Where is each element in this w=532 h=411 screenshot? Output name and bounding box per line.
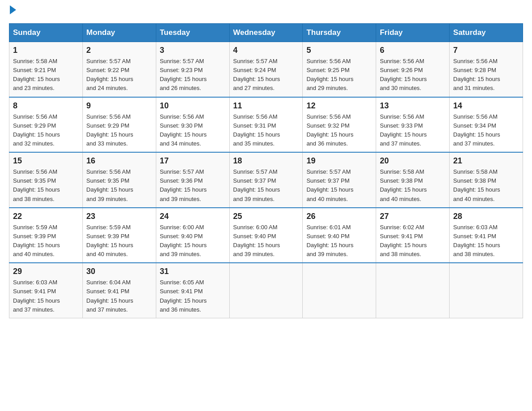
- calendar-cell: 16Sunrise: 5:56 AMSunset: 9:35 PMDayligh…: [82, 152, 156, 208]
- calendar-cell: 14Sunrise: 5:56 AMSunset: 9:34 PMDayligh…: [450, 97, 523, 153]
- day-number: 23: [86, 212, 152, 221]
- day-info: Sunrise: 6:00 AMSunset: 9:40 PMDaylight:…: [233, 223, 299, 259]
- calendar-cell: 29Sunrise: 6:03 AMSunset: 9:41 PMDayligh…: [9, 263, 83, 318]
- day-number: 4: [233, 46, 299, 55]
- calendar-cell: 10Sunrise: 5:56 AMSunset: 9:30 PMDayligh…: [156, 97, 229, 153]
- day-info: Sunrise: 5:56 AMSunset: 9:29 PMDaylight:…: [86, 112, 152, 149]
- day-info: Sunrise: 5:56 AMSunset: 9:26 PMDaylight:…: [380, 57, 446, 93]
- calendar-cell: [450, 263, 523, 318]
- day-info: Sunrise: 6:01 AMSunset: 9:40 PMDaylight:…: [306, 223, 372, 259]
- day-info: Sunrise: 5:56 AMSunset: 9:35 PMDaylight:…: [13, 167, 79, 204]
- calendar-cell: 25Sunrise: 6:00 AMSunset: 9:40 PMDayligh…: [229, 208, 303, 263]
- calendar-cell: 5Sunrise: 5:56 AMSunset: 9:25 PMDaylight…: [303, 42, 376, 97]
- calendar-cell: [376, 263, 450, 318]
- day-number: 20: [380, 156, 446, 166]
- day-number: 26: [306, 212, 372, 221]
- day-info: Sunrise: 5:56 AMSunset: 9:25 PMDaylight:…: [306, 57, 372, 93]
- day-number: 24: [160, 212, 226, 221]
- calendar-cell: 11Sunrise: 5:56 AMSunset: 9:31 PMDayligh…: [229, 97, 303, 153]
- day-number: 7: [453, 46, 519, 55]
- calendar-week-3: 15Sunrise: 5:56 AMSunset: 9:35 PMDayligh…: [9, 152, 523, 208]
- calendar-cell: 18Sunrise: 5:57 AMSunset: 9:37 PMDayligh…: [229, 152, 303, 208]
- day-info: Sunrise: 6:03 AMSunset: 9:41 PMDaylight:…: [13, 278, 79, 314]
- day-info: Sunrise: 5:57 AMSunset: 9:36 PMDaylight:…: [160, 167, 226, 204]
- day-number: 28: [453, 212, 519, 221]
- day-number: 2: [86, 46, 152, 55]
- day-number: 13: [380, 101, 446, 111]
- day-number: 30: [86, 267, 152, 276]
- day-info: Sunrise: 5:59 AMSunset: 9:39 PMDaylight:…: [86, 223, 152, 259]
- calendar-cell: 17Sunrise: 5:57 AMSunset: 9:36 PMDayligh…: [156, 152, 229, 208]
- calendar-cell: 24Sunrise: 6:00 AMSunset: 9:40 PMDayligh…: [156, 208, 229, 263]
- day-number: 18: [233, 156, 299, 166]
- calendar-cell: 30Sunrise: 6:04 AMSunset: 9:41 PMDayligh…: [82, 263, 156, 318]
- day-info: Sunrise: 5:58 AMSunset: 9:38 PMDaylight:…: [453, 167, 519, 204]
- day-number: 10: [160, 101, 226, 111]
- day-number: 17: [160, 156, 226, 166]
- calendar-header-row: SundayMondayTuesdayWednesdayThursdayFrid…: [9, 24, 523, 42]
- day-number: 21: [453, 156, 519, 166]
- day-number: 9: [86, 101, 152, 111]
- calendar-cell: 4Sunrise: 5:57 AMSunset: 9:24 PMDaylight…: [229, 42, 303, 97]
- day-number: 6: [380, 46, 446, 55]
- calendar-cell: 31Sunrise: 6:05 AMSunset: 9:41 PMDayligh…: [156, 263, 229, 318]
- calendar-cell: 19Sunrise: 5:57 AMSunset: 9:37 PMDayligh…: [303, 152, 376, 208]
- calendar-table: SundayMondayTuesdayWednesdayThursdayFrid…: [9, 23, 523, 318]
- calendar-cell: 8Sunrise: 5:56 AMSunset: 9:29 PMDaylight…: [9, 97, 83, 153]
- calendar-cell: [229, 263, 303, 318]
- day-number: 22: [13, 212, 79, 221]
- calendar-cell: 1Sunrise: 5:58 AMSunset: 9:21 PMDaylight…: [9, 42, 83, 97]
- day-info: Sunrise: 5:56 AMSunset: 9:35 PMDaylight:…: [86, 167, 152, 204]
- day-number: 27: [380, 212, 446, 221]
- day-info: Sunrise: 5:57 AMSunset: 9:37 PMDaylight:…: [233, 167, 299, 204]
- logo-arrow-icon: [10, 5, 16, 14]
- day-info: Sunrise: 5:58 AMSunset: 9:21 PMDaylight:…: [13, 57, 79, 93]
- day-info: Sunrise: 5:57 AMSunset: 9:22 PMDaylight:…: [86, 57, 152, 93]
- calendar-cell: 21Sunrise: 5:58 AMSunset: 9:38 PMDayligh…: [450, 152, 523, 208]
- calendar-cell: 6Sunrise: 5:56 AMSunset: 9:26 PMDaylight…: [376, 42, 450, 97]
- calendar-header-friday: Friday: [376, 24, 450, 42]
- calendar-cell: 2Sunrise: 5:57 AMSunset: 9:22 PMDaylight…: [82, 42, 156, 97]
- calendar-cell: 9Sunrise: 5:56 AMSunset: 9:29 PMDaylight…: [82, 97, 156, 153]
- day-number: 8: [13, 101, 79, 111]
- day-number: 19: [306, 156, 372, 166]
- calendar-cell: 23Sunrise: 5:59 AMSunset: 9:39 PMDayligh…: [82, 208, 156, 263]
- logo-text: [9, 9, 16, 14]
- calendar-week-5: 29Sunrise: 6:03 AMSunset: 9:41 PMDayligh…: [9, 263, 523, 318]
- calendar-cell: 20Sunrise: 5:58 AMSunset: 9:38 PMDayligh…: [376, 152, 450, 208]
- day-info: Sunrise: 6:04 AMSunset: 9:41 PMDaylight:…: [86, 278, 152, 314]
- day-info: Sunrise: 5:56 AMSunset: 9:28 PMDaylight:…: [453, 57, 519, 93]
- day-info: Sunrise: 5:57 AMSunset: 9:37 PMDaylight:…: [306, 167, 372, 204]
- day-number: 25: [233, 212, 299, 221]
- calendar-header-sunday: Sunday: [9, 24, 83, 42]
- day-number: 1: [13, 46, 79, 55]
- day-info: Sunrise: 5:58 AMSunset: 9:38 PMDaylight:…: [380, 167, 446, 204]
- day-info: Sunrise: 5:56 AMSunset: 9:30 PMDaylight:…: [160, 112, 226, 149]
- day-number: 16: [86, 156, 152, 166]
- day-info: Sunrise: 5:59 AMSunset: 9:39 PMDaylight:…: [13, 223, 79, 259]
- calendar-cell: 7Sunrise: 5:56 AMSunset: 9:28 PMDaylight…: [450, 42, 523, 97]
- calendar-week-2: 8Sunrise: 5:56 AMSunset: 9:29 PMDaylight…: [9, 97, 523, 153]
- day-info: Sunrise: 5:56 AMSunset: 9:32 PMDaylight:…: [306, 112, 372, 149]
- calendar-cell: 27Sunrise: 6:02 AMSunset: 9:41 PMDayligh…: [376, 208, 450, 263]
- day-info: Sunrise: 6:02 AMSunset: 9:41 PMDaylight:…: [380, 223, 446, 259]
- calendar-header-monday: Monday: [82, 24, 156, 42]
- day-number: 3: [160, 46, 226, 55]
- calendar-header-wednesday: Wednesday: [229, 24, 303, 42]
- day-info: Sunrise: 5:57 AMSunset: 9:23 PMDaylight:…: [160, 57, 226, 93]
- day-info: Sunrise: 6:03 AMSunset: 9:41 PMDaylight:…: [453, 223, 519, 259]
- day-info: Sunrise: 5:56 AMSunset: 9:31 PMDaylight:…: [233, 112, 299, 149]
- day-number: 14: [453, 101, 519, 111]
- calendar-cell: 28Sunrise: 6:03 AMSunset: 9:41 PMDayligh…: [450, 208, 523, 263]
- page-header: [9, 9, 523, 14]
- logo-content: [9, 9, 16, 14]
- calendar-cell: 12Sunrise: 5:56 AMSunset: 9:32 PMDayligh…: [303, 97, 376, 153]
- day-number: 29: [13, 267, 79, 276]
- calendar-week-1: 1Sunrise: 5:58 AMSunset: 9:21 PMDaylight…: [9, 42, 523, 97]
- day-number: 12: [306, 101, 372, 111]
- day-info: Sunrise: 6:05 AMSunset: 9:41 PMDaylight:…: [160, 278, 226, 314]
- day-info: Sunrise: 5:56 AMSunset: 9:33 PMDaylight:…: [380, 112, 446, 149]
- day-number: 31: [160, 267, 226, 276]
- day-info: Sunrise: 6:00 AMSunset: 9:40 PMDaylight:…: [160, 223, 226, 259]
- day-info: Sunrise: 5:56 AMSunset: 9:29 PMDaylight:…: [13, 112, 79, 149]
